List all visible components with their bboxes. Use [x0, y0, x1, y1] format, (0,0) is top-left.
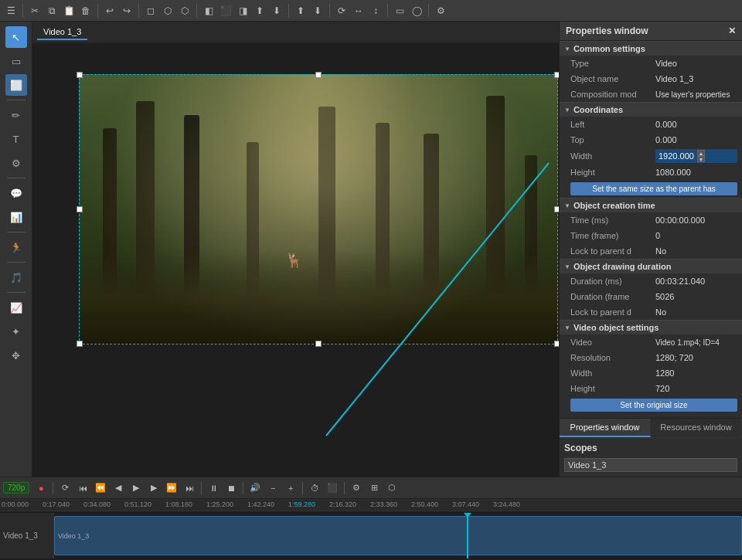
volume-button[interactable]: 🔊: [247, 480, 263, 496]
original-size-button[interactable]: Set the original size: [570, 399, 737, 412]
prop-composition: Composition mod Use layer's properties: [560, 87, 742, 102]
section-video-settings[interactable]: ▼ Video object settings: [560, 320, 742, 334]
prop-video-value[interactable]: Video 1.mp4; ID=4: [655, 338, 737, 347]
play-button[interactable]: ▶: [128, 480, 144, 496]
order-up-icon[interactable]: ⬆: [293, 3, 308, 19]
stop-button[interactable]: ⏹: [223, 480, 239, 496]
align-bottom-icon[interactable]: ⬇: [269, 3, 284, 19]
prop-duration-ms: Duration (ms) 00:03:21.040: [560, 273, 742, 289]
track-label: Video 1_3: [0, 513, 54, 558]
scope-dropdown[interactable]: Video 1_3: [564, 458, 737, 472]
prop-video-file: Video Video 1.mp4; ID=4: [560, 334, 742, 350]
flip-h-icon[interactable]: ↔: [351, 3, 366, 19]
section-common-settings[interactable]: ▼ Common settings: [560, 41, 742, 56]
animation-tool[interactable]: 🏃: [5, 236, 27, 258]
width-spin-up[interactable]: ▲: [697, 150, 705, 156]
graph-tool[interactable]: 📈: [5, 297, 27, 318]
ruler-mark-1: 0:17.040: [41, 501, 82, 508]
prop-type-label: Type: [570, 59, 655, 68]
text-tool[interactable]: T: [5, 128, 27, 150]
fill-tool[interactable]: ⬜: [5, 74, 27, 96]
star-tool[interactable]: ✦: [5, 321, 27, 342]
ruler-mark-7: 1:59.280: [287, 501, 328, 508]
record-button[interactable]: ●: [33, 480, 49, 496]
plus-button[interactable]: +: [283, 480, 298, 496]
prop-res-height: Height 720: [560, 381, 742, 396]
canvas-tab-main[interactable]: Video 1_3: [37, 25, 87, 40]
properties-content: ▼ Common settings Type Video Object name…: [560, 41, 742, 418]
section-drawing-duration[interactable]: ▼ Object drawing duration: [560, 259, 742, 273]
transform-tool[interactable]: ✥: [5, 344, 27, 366]
prop-top-value[interactable]: 0.000: [655, 135, 737, 144]
rotate-icon[interactable]: ⟳: [334, 3, 349, 19]
toolbar-separator-8: [428, 4, 429, 18]
align-top-icon[interactable]: ⬆: [252, 3, 267, 19]
music-tool[interactable]: 🎵: [5, 266, 27, 288]
prev-frame-button[interactable]: ◀: [111, 480, 126, 496]
section-arrow-video: ▼: [564, 324, 570, 331]
prop-width-value[interactable]: 1920.000 ▲ ▼: [655, 149, 737, 163]
marker-button[interactable]: ⏱: [307, 480, 322, 496]
align-right-icon[interactable]: ◨: [235, 3, 250, 19]
redo-icon[interactable]: ↪: [119, 3, 134, 19]
step-forward-button[interactable]: ⏩: [164, 480, 179, 496]
select-tool[interactable]: ↖: [5, 26, 27, 48]
settings-button[interactable]: ⚙: [349, 480, 364, 496]
rectangle-tool[interactable]: ▭: [5, 50, 27, 72]
prop-time-frame-value[interactable]: 0: [655, 231, 737, 240]
shape-oval-icon[interactable]: ◯: [409, 3, 424, 19]
pencil-tool[interactable]: ✏: [5, 104, 27, 126]
tab-resources-window[interactable]: Resources window: [651, 419, 742, 437]
align-center-icon[interactable]: ⬛: [218, 3, 233, 19]
fog-layer: [79, 74, 558, 344]
prop-height-value[interactable]: 1080.000: [655, 168, 737, 177]
video-preview: 🦌: [79, 74, 558, 344]
pause-button[interactable]: ⏸: [206, 480, 221, 496]
undo-icon[interactable]: ↩: [102, 3, 117, 19]
ungroup-icon[interactable]: ⬡: [177, 3, 192, 19]
ruler-mark-6: 1:42.240: [246, 501, 287, 508]
player-separator-5: [344, 482, 345, 494]
shape-rect-icon[interactable]: ▭: [392, 3, 407, 19]
tab-properties-window[interactable]: Properties window: [560, 419, 651, 437]
prop-left-value[interactable]: 0.000: [655, 120, 737, 129]
canvas-topbar: Video 1_3: [32, 22, 559, 43]
flip-v-icon[interactable]: ↕: [368, 3, 383, 19]
keyframe-button[interactable]: ⬛: [325, 480, 340, 496]
delete-icon[interactable]: 🗑: [78, 3, 94, 19]
menu-icon[interactable]: ☰: [3, 3, 19, 19]
track-content[interactable]: Video 1_3: [54, 513, 742, 558]
paste-icon[interactable]: 📋: [61, 3, 77, 19]
settings-tool[interactable]: ⚙: [5, 152, 27, 174]
minus-button[interactable]: −: [265, 480, 281, 496]
chart-tool[interactable]: 📊: [5, 206, 27, 228]
cut-icon[interactable]: ✂: [27, 3, 43, 19]
width-spin-down[interactable]: ▼: [697, 156, 705, 162]
prop-left: Left 0.000: [560, 117, 742, 132]
select-icon[interactable]: ◻: [143, 3, 158, 19]
skip-back-button[interactable]: ⏮: [75, 480, 90, 496]
copy-icon[interactable]: ⧉: [44, 3, 60, 19]
bubble-tool[interactable]: 💬: [5, 182, 27, 204]
align-left-icon[interactable]: ◧: [201, 3, 216, 19]
prop-duration-frame-value[interactable]: 5026: [655, 292, 737, 301]
group-icon[interactable]: ⬡: [160, 3, 175, 19]
prop-time-ms-value[interactable]: 00:00:00.000: [655, 216, 737, 225]
section-coordinates[interactable]: ▼ Coordinates: [560, 102, 742, 117]
section-creation-time[interactable]: ▼ Object creation time: [560, 198, 742, 212]
layout-button[interactable]: ⊞: [366, 480, 382, 496]
track-clip[interactable]: Video 1_3: [54, 516, 742, 555]
same-size-button[interactable]: Set the same size as the parent has: [570, 182, 737, 195]
order-down-icon[interactable]: ⬇: [310, 3, 325, 19]
loop-button[interactable]: ⟳: [57, 480, 73, 496]
panel-close-button[interactable]: ✕: [728, 25, 736, 36]
step-back-button[interactable]: ⏪: [93, 480, 108, 496]
skip-forward-button[interactable]: ⏭: [182, 480, 197, 496]
next-frame-button[interactable]: ▶: [146, 480, 162, 496]
prop-duration-ms-value[interactable]: 00:03:21.040: [655, 277, 737, 286]
expand-button[interactable]: ⬡: [384, 480, 400, 496]
prop-object-name: Object name Video 1_3: [560, 71, 742, 87]
settings-icon[interactable]: ⚙: [433, 3, 448, 19]
width-spinner[interactable]: ▲ ▼: [697, 150, 705, 162]
playhead[interactable]: [467, 513, 468, 558]
